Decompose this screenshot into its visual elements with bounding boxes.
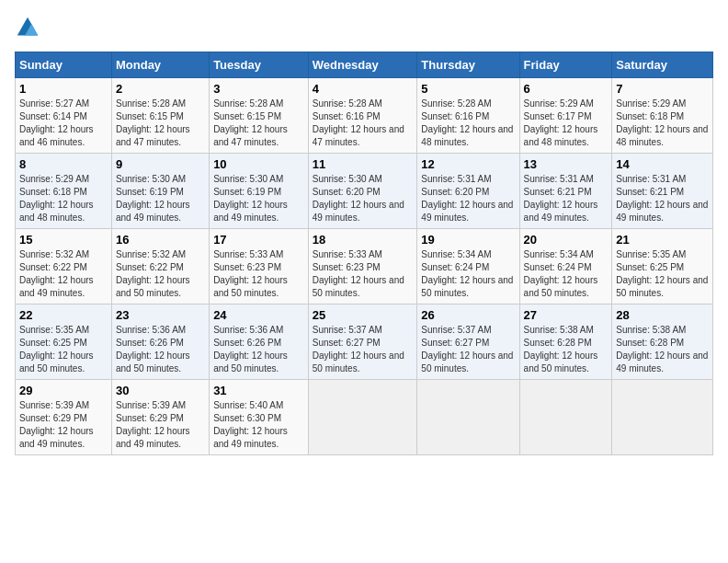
- day-number: 16: [116, 233, 205, 247]
- day-info: Sunrise: 5:29 AM Sunset: 6:18 PM Dayligh…: [19, 173, 108, 224]
- day-number: 8: [19, 157, 108, 171]
- weekday-header: Thursday: [417, 52, 519, 78]
- day-info: Sunrise: 5:35 AM Sunset: 6:25 PM Dayligh…: [616, 248, 709, 300]
- day-number: 9: [116, 157, 205, 171]
- day-info: Sunrise: 5:31 AM Sunset: 6:20 PM Dayligh…: [421, 173, 515, 224]
- day-number: 30: [116, 384, 205, 397]
- day-number: 10: [213, 157, 304, 171]
- day-info: Sunrise: 5:30 AM Sunset: 6:19 PM Dayligh…: [213, 173, 304, 224]
- calendar-cell: 31 Sunrise: 5:40 AM Sunset: 6:30 PM Dayl…: [210, 380, 309, 455]
- calendar-cell: 29 Sunrise: 5:39 AM Sunset: 6:29 PM Dayl…: [16, 380, 112, 455]
- calendar-week-row: 8 Sunrise: 5:29 AM Sunset: 6:18 PM Dayli…: [16, 154, 713, 229]
- day-info: Sunrise: 5:39 AM Sunset: 6:29 PM Dayligh…: [116, 399, 205, 451]
- day-info: Sunrise: 5:39 AM Sunset: 6:29 PM Dayligh…: [19, 399, 108, 451]
- day-number: 17: [213, 233, 304, 247]
- calendar-cell: 10 Sunrise: 5:30 AM Sunset: 6:19 PM Dayl…: [210, 154, 309, 229]
- day-number: 22: [19, 308, 108, 322]
- weekday-header: Friday: [519, 52, 612, 78]
- day-number: 27: [524, 308, 609, 322]
- calendar-cell: 15 Sunrise: 5:32 AM Sunset: 6:22 PM Dayl…: [16, 229, 112, 304]
- weekday-header: Wednesday: [308, 52, 417, 78]
- day-number: 12: [421, 157, 515, 171]
- day-number: 2: [116, 82, 205, 96]
- day-number: 23: [116, 308, 205, 322]
- day-info: Sunrise: 5:29 AM Sunset: 6:18 PM Dayligh…: [616, 98, 709, 149]
- calendar-cell: 9 Sunrise: 5:30 AM Sunset: 6:19 PM Dayli…: [111, 154, 209, 229]
- calendar-cell: [612, 380, 713, 455]
- weekday-header-row: SundayMondayTuesdayWednesdayThursdayFrid…: [16, 52, 713, 78]
- day-info: Sunrise: 5:33 AM Sunset: 6:23 PM Dayligh…: [313, 248, 414, 300]
- page-header: [15, 15, 713, 40]
- calendar-cell: 30 Sunrise: 5:39 AM Sunset: 6:29 PM Dayl…: [111, 380, 209, 455]
- calendar-cell: 5 Sunrise: 5:28 AM Sunset: 6:16 PM Dayli…: [417, 78, 519, 154]
- calendar-cell: 24 Sunrise: 5:36 AM Sunset: 6:26 PM Dayl…: [210, 304, 309, 380]
- day-info: Sunrise: 5:34 AM Sunset: 6:24 PM Dayligh…: [421, 248, 515, 300]
- weekday-header: Sunday: [16, 52, 112, 78]
- logo-icon: [15, 15, 40, 40]
- calendar-cell: 27 Sunrise: 5:38 AM Sunset: 6:28 PM Dayl…: [519, 304, 612, 380]
- day-number: 18: [313, 233, 414, 247]
- day-number: 7: [616, 82, 709, 96]
- calendar-cell: 17 Sunrise: 5:33 AM Sunset: 6:23 PM Dayl…: [210, 229, 309, 304]
- calendar-cell: 4 Sunrise: 5:28 AM Sunset: 6:16 PM Dayli…: [308, 78, 417, 154]
- day-number: 5: [421, 82, 515, 96]
- calendar-cell: 19 Sunrise: 5:34 AM Sunset: 6:24 PM Dayl…: [417, 229, 519, 304]
- day-info: Sunrise: 5:36 AM Sunset: 6:26 PM Dayligh…: [116, 324, 205, 375]
- day-number: 13: [524, 157, 609, 171]
- day-number: 4: [313, 82, 414, 96]
- day-info: Sunrise: 5:35 AM Sunset: 6:25 PM Dayligh…: [19, 324, 108, 375]
- calendar-cell: [308, 380, 417, 455]
- calendar-cell: 23 Sunrise: 5:36 AM Sunset: 6:26 PM Dayl…: [111, 304, 209, 380]
- day-info: Sunrise: 5:28 AM Sunset: 6:16 PM Dayligh…: [313, 98, 414, 149]
- weekday-header: Tuesday: [210, 52, 309, 78]
- day-number: 24: [213, 308, 304, 322]
- day-info: Sunrise: 5:31 AM Sunset: 6:21 PM Dayligh…: [616, 173, 709, 224]
- calendar-cell: 3 Sunrise: 5:28 AM Sunset: 6:15 PM Dayli…: [210, 78, 309, 154]
- calendar-week-row: 15 Sunrise: 5:32 AM Sunset: 6:22 PM Dayl…: [16, 229, 713, 304]
- day-info: Sunrise: 5:27 AM Sunset: 6:14 PM Dayligh…: [19, 98, 108, 149]
- day-info: Sunrise: 5:32 AM Sunset: 6:22 PM Dayligh…: [19, 248, 108, 300]
- calendar-cell: 8 Sunrise: 5:29 AM Sunset: 6:18 PM Dayli…: [16, 154, 112, 229]
- calendar-cell: 14 Sunrise: 5:31 AM Sunset: 6:21 PM Dayl…: [612, 154, 713, 229]
- day-info: Sunrise: 5:34 AM Sunset: 6:24 PM Dayligh…: [524, 248, 609, 300]
- calendar-cell: 13 Sunrise: 5:31 AM Sunset: 6:21 PM Dayl…: [519, 154, 612, 229]
- calendar-cell: 7 Sunrise: 5:29 AM Sunset: 6:18 PM Dayli…: [612, 78, 713, 154]
- day-number: 14: [616, 157, 709, 171]
- day-number: 1: [19, 82, 108, 96]
- calendar-cell: 21 Sunrise: 5:35 AM Sunset: 6:25 PM Dayl…: [612, 229, 713, 304]
- calendar-week-row: 29 Sunrise: 5:39 AM Sunset: 6:29 PM Dayl…: [16, 380, 713, 455]
- day-number: 25: [313, 308, 414, 322]
- day-info: Sunrise: 5:36 AM Sunset: 6:26 PM Dayligh…: [213, 324, 304, 375]
- day-info: Sunrise: 5:32 AM Sunset: 6:22 PM Dayligh…: [116, 248, 205, 300]
- day-info: Sunrise: 5:31 AM Sunset: 6:21 PM Dayligh…: [524, 173, 609, 224]
- calendar-cell: 20 Sunrise: 5:34 AM Sunset: 6:24 PM Dayl…: [519, 229, 612, 304]
- day-info: Sunrise: 5:28 AM Sunset: 6:15 PM Dayligh…: [116, 98, 205, 149]
- day-number: 28: [616, 308, 709, 322]
- calendar-cell: 26 Sunrise: 5:37 AM Sunset: 6:27 PM Dayl…: [417, 304, 519, 380]
- day-number: 6: [524, 82, 609, 96]
- logo: [15, 15, 44, 40]
- day-info: Sunrise: 5:33 AM Sunset: 6:23 PM Dayligh…: [213, 248, 304, 300]
- day-info: Sunrise: 5:38 AM Sunset: 6:28 PM Dayligh…: [524, 324, 609, 375]
- day-number: 21: [616, 233, 709, 247]
- calendar-cell: 11 Sunrise: 5:30 AM Sunset: 6:20 PM Dayl…: [308, 154, 417, 229]
- day-number: 26: [421, 308, 515, 322]
- calendar-week-row: 22 Sunrise: 5:35 AM Sunset: 6:25 PM Dayl…: [16, 304, 713, 380]
- calendar-week-row: 1 Sunrise: 5:27 AM Sunset: 6:14 PM Dayli…: [16, 78, 713, 154]
- calendar-cell: [519, 380, 612, 455]
- day-number: 31: [213, 384, 304, 397]
- calendar-table: SundayMondayTuesdayWednesdayThursdayFrid…: [15, 52, 713, 455]
- day-info: Sunrise: 5:37 AM Sunset: 6:27 PM Dayligh…: [313, 324, 414, 375]
- day-info: Sunrise: 5:37 AM Sunset: 6:27 PM Dayligh…: [421, 324, 515, 375]
- calendar-cell: 12 Sunrise: 5:31 AM Sunset: 6:20 PM Dayl…: [417, 154, 519, 229]
- calendar-cell: 25 Sunrise: 5:37 AM Sunset: 6:27 PM Dayl…: [308, 304, 417, 380]
- day-info: Sunrise: 5:38 AM Sunset: 6:28 PM Dayligh…: [616, 324, 709, 375]
- calendar-cell: 2 Sunrise: 5:28 AM Sunset: 6:15 PM Dayli…: [111, 78, 209, 154]
- calendar-cell: 6 Sunrise: 5:29 AM Sunset: 6:17 PM Dayli…: [519, 78, 612, 154]
- day-number: 3: [213, 82, 304, 96]
- calendar-cell: 28 Sunrise: 5:38 AM Sunset: 6:28 PM Dayl…: [612, 304, 713, 380]
- weekday-header: Saturday: [612, 52, 713, 78]
- calendar-cell: [417, 380, 519, 455]
- weekday-header: Monday: [111, 52, 209, 78]
- calendar-cell: 18 Sunrise: 5:33 AM Sunset: 6:23 PM Dayl…: [308, 229, 417, 304]
